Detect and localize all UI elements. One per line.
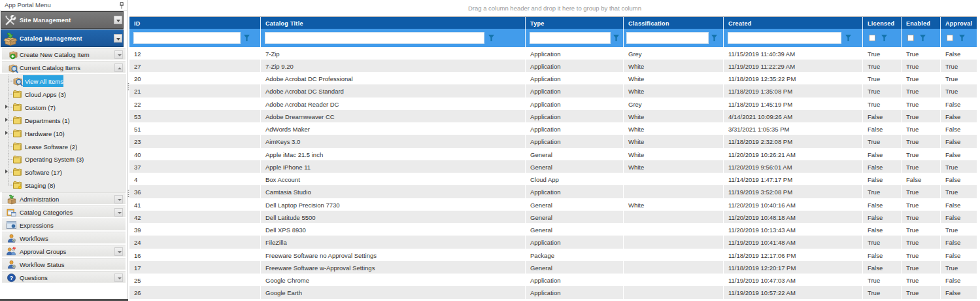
svg-text:?: ? bbox=[14, 247, 15, 249]
svg-text:?: ? bbox=[10, 274, 13, 281]
